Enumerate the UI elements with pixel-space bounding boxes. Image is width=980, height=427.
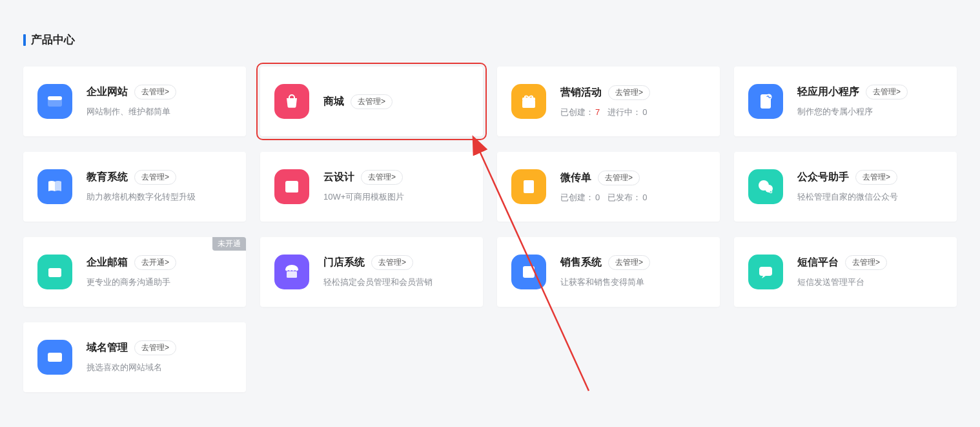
card-content: 云设计去管理>10W+可商用模板图片 xyxy=(323,170,469,203)
picture-icon xyxy=(274,169,309,204)
product-card-sms[interactable]: 短信平台去管理>短信发送管理平台 xyxy=(734,237,957,307)
product-card-website[interactable]: 企业网站去管理>网站制作、维护都简单 xyxy=(23,67,246,136)
product-card-mail[interactable]: 未开通企业邮箱去开通>更专业的商务沟通助手 xyxy=(23,237,246,307)
product-card-flyer[interactable]: 微传单去管理>已创建：0已发布：0 xyxy=(497,152,720,222)
card-content: 教育系统去管理>助力教培机构数字化转型升级 xyxy=(87,170,232,203)
card-desc: 网站制作、维护都简单 xyxy=(87,106,232,118)
product-card-shop[interactable]: 商城去管理> xyxy=(260,67,483,136)
card-title: 域名管理 xyxy=(87,341,128,355)
product-card-wechat[interactable]: 公众号助手去管理>轻松管理自家的微信公众号 xyxy=(734,152,957,222)
card-title-row: 域名管理去管理> xyxy=(87,340,232,355)
card-title: 营销活动 xyxy=(560,86,602,99)
product-center-page: 产品中心 企业网站去管理>网站制作、维护都简单商城去管理>营销活动去管理>已创建… xyxy=(0,0,980,392)
card-title: 微传单 xyxy=(560,171,591,185)
section-bar xyxy=(23,34,26,46)
product-grid: 企业网站去管理>网站制作、维护都简单商城去管理>营销活动去管理>已创建：7进行中… xyxy=(23,67,957,392)
flyer-icon xyxy=(511,169,546,204)
product-card-marketing[interactable]: 营销活动去管理>已创建：7进行中：0 xyxy=(497,67,720,136)
product-card-design[interactable]: 云设计去管理>10W+可商用模板图片 xyxy=(260,152,483,222)
product-card-miniapp[interactable]: 轻应用小程序去管理>制作您的专属小程序 xyxy=(734,67,957,136)
card-desc: 轻松管理自家的微信公众号 xyxy=(797,191,943,203)
section-title: 产品中心 xyxy=(31,32,75,47)
manage-button[interactable]: 去管理> xyxy=(855,170,897,185)
card-content: 销售系统去管理>让获客和销售变得简单 xyxy=(560,255,706,288)
mail-icon xyxy=(37,255,72,289)
shopping-bag-icon xyxy=(274,84,309,119)
card-stats: 已创建：7进行中：0 xyxy=(560,107,706,118)
card-content: 轻应用小程序去管理>制作您的专属小程序 xyxy=(797,85,943,118)
card-title-row: 商城去管理> xyxy=(323,94,469,109)
card-content: 营销活动去管理>已创建：7进行中：0 xyxy=(560,85,706,118)
card-title-row: 云设计去管理> xyxy=(323,170,469,185)
manage-button[interactable]: 去管理> xyxy=(608,255,650,270)
manage-button[interactable]: 去管理> xyxy=(134,85,176,99)
manage-button[interactable]: 去管理> xyxy=(134,170,176,185)
card-title: 企业网站 xyxy=(87,85,128,99)
card-content: 企业网站去管理>网站制作、维护都简单 xyxy=(87,85,232,118)
manage-button[interactable]: 去管理> xyxy=(866,85,908,99)
card-content: 域名管理去管理>挑选喜欢的网站域名 xyxy=(87,340,232,373)
manage-button[interactable]: 去管理> xyxy=(134,340,176,355)
card-title-row: 企业网站去管理> xyxy=(87,85,232,99)
card-content: 微传单去管理>已创建：0已发布：0 xyxy=(560,171,706,203)
card-content: 商城去管理> xyxy=(323,94,469,109)
card-title: 云设计 xyxy=(323,171,354,184)
card-desc: 更专业的商务沟通助手 xyxy=(87,276,232,288)
gift-icon xyxy=(511,84,546,119)
manage-button[interactable]: 去管理> xyxy=(598,171,640,185)
card-title-row: 教育系统去管理> xyxy=(87,170,232,185)
card-title: 教育系统 xyxy=(87,171,128,184)
card-stats: 已创建：0已发布：0 xyxy=(560,192,706,203)
section-header: 产品中心 xyxy=(23,32,957,47)
domain-icon xyxy=(37,340,72,375)
product-card-edu[interactable]: 教育系统去管理>助力教培机构数字化转型升级 xyxy=(23,152,246,222)
card-desc: 助力教培机构数字化转型升级 xyxy=(87,191,232,203)
manage-button[interactable]: 去管理> xyxy=(371,255,413,270)
card-title: 商城 xyxy=(323,95,344,109)
card-title: 门店系统 xyxy=(323,256,365,269)
storefront-icon xyxy=(274,255,309,289)
card-content: 企业邮箱去开通>更专业的商务沟通助手 xyxy=(87,255,232,288)
browser-window-icon xyxy=(37,84,72,119)
card-desc: 制作您的专属小程序 xyxy=(797,106,943,118)
book-icon xyxy=(37,169,72,204)
card-badge: 未开通 xyxy=(212,237,246,251)
card-content: 公众号助手去管理>轻松管理自家的微信公众号 xyxy=(797,170,943,203)
card-content: 短信平台去管理>短信发送管理平台 xyxy=(797,255,943,288)
manage-button[interactable]: 去管理> xyxy=(608,85,650,100)
manage-button[interactable]: 去开通> xyxy=(134,255,176,270)
card-desc: 10W+可商用模板图片 xyxy=(323,191,469,203)
card-title: 短信平台 xyxy=(797,256,839,269)
card-title: 轻应用小程序 xyxy=(797,85,859,99)
card-content: 门店系统去管理>轻松搞定会员管理和会员营销 xyxy=(323,255,469,288)
card-title-row: 微传单去管理> xyxy=(560,171,706,185)
manage-button[interactable]: 去管理> xyxy=(351,94,393,109)
mini-program-icon xyxy=(748,84,783,119)
message-icon xyxy=(748,255,783,289)
list-icon xyxy=(511,255,546,289)
manage-button[interactable]: 去管理> xyxy=(845,255,887,270)
card-desc: 挑选喜欢的网站域名 xyxy=(87,362,232,373)
product-card-domain[interactable]: 域名管理去管理>挑选喜欢的网站域名 xyxy=(23,322,246,392)
card-title-row: 营销活动去管理> xyxy=(560,85,706,100)
card-title: 公众号助手 xyxy=(797,171,849,184)
card-desc: 轻松搞定会员管理和会员营销 xyxy=(323,276,469,288)
wechat-icon xyxy=(748,169,783,204)
card-desc: 让获客和销售变得简单 xyxy=(560,276,706,288)
manage-button[interactable]: 去管理> xyxy=(361,170,403,185)
card-title: 销售系统 xyxy=(560,256,602,269)
card-title-row: 企业邮箱去开通> xyxy=(87,255,232,270)
card-title-row: 公众号助手去管理> xyxy=(797,170,943,185)
card-title-row: 销售系统去管理> xyxy=(560,255,706,270)
product-card-sales[interactable]: 销售系统去管理>让获客和销售变得简单 xyxy=(497,237,720,307)
card-title-row: 门店系统去管理> xyxy=(323,255,469,270)
card-title-row: 短信平台去管理> xyxy=(797,255,943,270)
card-title-row: 轻应用小程序去管理> xyxy=(797,85,943,99)
card-title: 企业邮箱 xyxy=(87,256,128,269)
product-card-store[interactable]: 门店系统去管理>轻松搞定会员管理和会员营销 xyxy=(260,237,483,307)
card-desc: 短信发送管理平台 xyxy=(797,276,943,288)
